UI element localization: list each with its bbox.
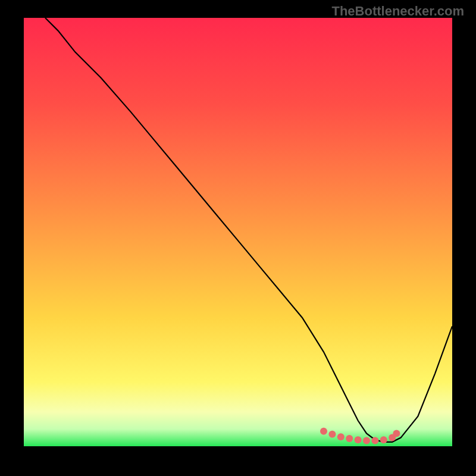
marker-point — [355, 436, 362, 443]
marker-point — [363, 437, 370, 444]
marker-point — [320, 428, 327, 435]
chart-background — [24, 18, 452, 446]
marker-point — [380, 436, 387, 443]
marker-point — [346, 435, 353, 442]
watermark-text: TheBottlenecker.com — [331, 4, 464, 19]
marker-point — [393, 430, 400, 437]
marker-point — [328, 431, 336, 438]
chart-container: TheBottlenecker.com — [0, 0, 476, 476]
plot-area — [24, 18, 452, 446]
chart-svg — [24, 18, 452, 446]
marker-point — [371, 437, 378, 444]
marker-point — [337, 433, 345, 440]
